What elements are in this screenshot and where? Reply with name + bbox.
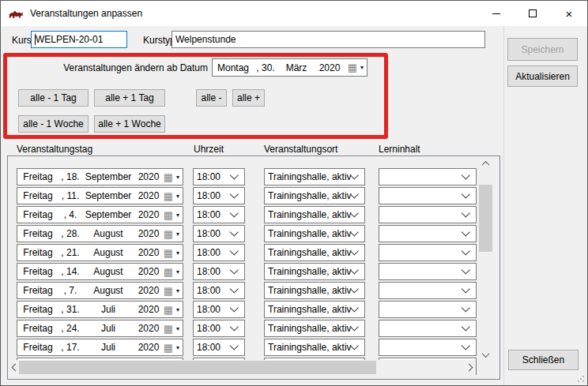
chevron-down-icon[interactable] xyxy=(230,189,239,198)
horizontal-scrollbar[interactable] xyxy=(9,360,476,375)
change-from-date-picker[interactable]: Montag , 30. März 2020 ▦ ▾ xyxy=(212,58,368,77)
row-date-picker[interactable]: Freitag, 4.September2020▦▾ xyxy=(17,206,183,223)
calendar-icon[interactable]: ▦ xyxy=(164,191,173,201)
chevron-down-icon[interactable] xyxy=(462,189,470,198)
row-date-picker[interactable]: Freitag, 24.Juli2020▦▾ xyxy=(17,320,183,337)
chevron-down-icon[interactable] xyxy=(230,322,239,331)
row-content-select[interactable] xyxy=(379,263,477,280)
row-time-select[interactable]: 18:00 xyxy=(193,301,245,318)
date-dom-segment[interactable]: , 30. xyxy=(254,62,277,73)
maximize-button[interactable] xyxy=(514,1,551,26)
calendar-icon[interactable]: ▦ xyxy=(164,172,173,182)
chevron-down-icon[interactable] xyxy=(462,227,470,236)
row-time-select[interactable]: 18:00 xyxy=(193,187,245,204)
scroll-up-button[interactable] xyxy=(479,157,492,171)
row-date-picker[interactable]: Freitag, 21.August2020▦▾ xyxy=(17,244,183,261)
kurstyp-input[interactable]: Welpenstunde xyxy=(172,31,485,48)
chevron-down-icon[interactable] xyxy=(462,322,470,331)
kurs-input[interactable]: WELPEN-20-01 xyxy=(31,31,127,48)
calendar-icon[interactable]: ▦ xyxy=(164,324,173,334)
date-month-segment[interactable]: März xyxy=(277,62,315,73)
dropdown-arrow-icon[interactable]: ▾ xyxy=(176,325,179,332)
row-date-picker[interactable]: Freitag, 18.September2020▦▾ xyxy=(17,168,183,186)
vertical-scrollbar[interactable] xyxy=(479,157,492,362)
row-location-select[interactable]: Trainingshalle, aktiv xyxy=(264,301,365,318)
row-time-select[interactable]: 18:00 xyxy=(193,263,245,280)
resize-grip[interactable] xyxy=(577,375,585,383)
chevron-down-icon[interactable] xyxy=(462,284,470,293)
row-location-select[interactable]: Trainingshalle, aktiv xyxy=(264,263,365,280)
minimize-button[interactable] xyxy=(478,1,514,26)
row-time-select[interactable]: 18:00 xyxy=(193,244,245,261)
chevron-down-icon[interactable] xyxy=(230,208,239,217)
dropdown-arrow-icon[interactable]: ▾ xyxy=(176,212,179,219)
row-content-select[interactable] xyxy=(379,187,477,204)
speichern-button[interactable]: Speichern xyxy=(507,38,578,61)
chevron-down-icon[interactable] xyxy=(230,171,239,179)
chevron-down-icon[interactable] xyxy=(462,341,470,350)
alle-minus-button[interactable]: alle - xyxy=(196,89,227,107)
dropdown-arrow-icon[interactable]: ▾ xyxy=(176,193,179,200)
calendar-icon[interactable]: ▦ xyxy=(164,267,173,277)
alle-plus-1-tag-button[interactable]: alle + 1 Tag xyxy=(94,89,165,107)
dropdown-arrow-icon[interactable]: ▾ xyxy=(176,344,179,351)
row-time-select[interactable]: 18:00 xyxy=(193,225,245,242)
calendar-icon[interactable]: ▦ xyxy=(164,286,173,296)
dropdown-arrow-icon[interactable]: ▾ xyxy=(176,249,179,257)
chevron-down-icon[interactable] xyxy=(230,303,239,312)
calendar-icon[interactable]: ▦ xyxy=(164,229,173,239)
calendar-icon[interactable]: ▦ xyxy=(164,305,173,315)
alle-minus-1-tag-button[interactable]: alle - 1 Tag xyxy=(18,89,89,107)
scroll-right-button[interactable] xyxy=(462,361,476,374)
dropdown-arrow-icon[interactable]: ▾ xyxy=(360,64,364,71)
calendar-icon[interactable]: ▦ xyxy=(164,210,173,220)
row-location-select[interactable]: Trainingshalle, aktiv xyxy=(264,282,365,299)
date-day-segment[interactable]: Montag xyxy=(213,62,254,73)
chevron-down-icon[interactable] xyxy=(462,265,470,274)
row-location-select[interactable]: Trainingshalle, aktiv xyxy=(264,225,365,242)
row-content-select[interactable] xyxy=(379,282,477,299)
row-location-select[interactable]: Trainingshalle, aktiv xyxy=(264,168,365,186)
aktualisieren-button[interactable]: Aktualisieren xyxy=(507,66,578,87)
row-date-picker[interactable]: Freitag, 14.August2020▦▾ xyxy=(17,263,183,280)
scroll-down-button[interactable] xyxy=(479,348,492,362)
row-location-select[interactable]: Trainingshalle, aktiv xyxy=(264,320,365,337)
chevron-down-icon[interactable] xyxy=(462,208,470,217)
row-date-picker[interactable]: Freitag, 31.Juli2020▦▾ xyxy=(17,301,183,318)
chevron-down-icon[interactable] xyxy=(230,227,239,236)
chevron-down-icon[interactable] xyxy=(462,303,470,312)
row-content-select[interactable] xyxy=(379,206,477,223)
dropdown-arrow-icon[interactable]: ▾ xyxy=(176,174,179,181)
dropdown-arrow-icon[interactable]: ▾ xyxy=(176,287,179,294)
calendar-icon[interactable]: ▦ xyxy=(348,62,357,73)
row-content-select[interactable] xyxy=(379,225,477,242)
row-location-select[interactable]: Trainingshalle, aktiv xyxy=(264,244,365,261)
row-date-picker[interactable]: Freitag, 28.August2020▦▾ xyxy=(17,225,183,242)
alle-plus-button[interactable]: alle + xyxy=(232,89,265,107)
row-time-select[interactable]: 18:00 xyxy=(193,339,245,356)
horizontal-scroll-thumb[interactable] xyxy=(19,361,376,374)
dropdown-arrow-icon[interactable]: ▾ xyxy=(176,306,179,313)
row-content-select[interactable] xyxy=(379,244,477,261)
row-date-picker[interactable]: Freitag, 11.September2020▦▾ xyxy=(17,187,183,204)
row-content-select[interactable] xyxy=(379,339,477,356)
row-date-picker[interactable]: Freitag, 7.August2020▦▾ xyxy=(17,282,183,299)
dropdown-arrow-icon[interactable]: ▾ xyxy=(176,268,179,275)
chevron-down-icon[interactable] xyxy=(462,171,470,179)
row-time-select[interactable]: 18:00 xyxy=(193,168,245,186)
date-year-segment[interactable]: 2020 xyxy=(315,62,344,73)
schliessen-button[interactable]: Schließen xyxy=(508,350,579,370)
row-content-select[interactable] xyxy=(379,168,477,186)
row-location-select[interactable]: Trainingshalle, aktiv xyxy=(264,339,365,356)
row-content-select[interactable] xyxy=(379,301,477,318)
chevron-down-icon[interactable] xyxy=(230,341,239,350)
row-time-select[interactable]: 18:00 xyxy=(193,320,245,337)
row-content-select[interactable] xyxy=(379,320,477,337)
chevron-down-icon[interactable] xyxy=(230,284,239,293)
chevron-down-icon[interactable] xyxy=(230,265,239,274)
calendar-icon[interactable]: ▦ xyxy=(164,248,173,258)
row-time-select[interactable]: 18:00 xyxy=(193,282,245,299)
dropdown-arrow-icon[interactable]: ▾ xyxy=(176,230,179,238)
row-location-select[interactable]: Trainingshalle, aktiv xyxy=(264,206,365,223)
row-date-picker[interactable]: Freitag, 17.Juli2020▦▾ xyxy=(17,339,183,356)
